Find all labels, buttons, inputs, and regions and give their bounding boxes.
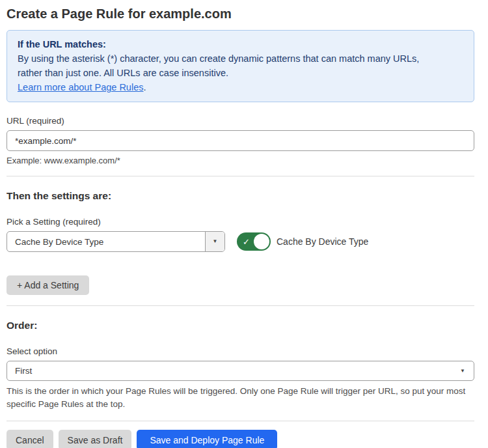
divider	[7, 305, 474, 306]
setting-dropdown-value: Cache By Device Type	[7, 232, 205, 251]
learn-more-link[interactable]: Learn more about Page Rules	[18, 82, 143, 92]
info-box-heading: If the URL matches:	[18, 37, 463, 51]
info-box-body-line2: rather than just one. All URLs are case …	[18, 66, 463, 80]
cancel-button[interactable]: Cancel	[7, 430, 53, 448]
order-section-heading: Order:	[7, 319, 474, 331]
footer-actions: Cancel Save as Draft Save and Deploy Pag…	[7, 430, 474, 448]
select-option-label: Select option	[7, 346, 474, 356]
save-and-deploy-button[interactable]: Save and Deploy Page Rule	[137, 430, 277, 448]
settings-section-heading: Then the settings are:	[7, 189, 474, 202]
info-box-link-line: Learn more about Page Rules.	[18, 80, 463, 94]
chevron-down-icon: ▼	[213, 239, 218, 244]
cache-device-toggle[interactable]: ✓	[237, 232, 271, 251]
setting-dropdown-arrow-button[interactable]: ▼	[205, 232, 224, 251]
add-setting-button[interactable]: + Add a Setting	[7, 275, 89, 295]
chevron-down-icon: ▼	[460, 369, 465, 374]
order-helper-text: This is the order in which your Page Rul…	[7, 385, 474, 411]
divider	[7, 176, 474, 176]
page-rule-form: Create a Page Rule for example.com If th…	[0, 0, 488, 448]
save-as-draft-button[interactable]: Save as Draft	[59, 430, 132, 448]
setting-dropdown[interactable]: Cache By Device Type ▼	[7, 231, 225, 252]
divider	[7, 421, 474, 421]
url-input[interactable]	[7, 130, 474, 151]
pick-setting-label: Pick a Setting (required)	[7, 217, 474, 227]
page-title: Create a Page Rule for example.com	[7, 5, 474, 22]
url-example-helper: Example: www.example.com/*	[7, 156, 474, 165]
toggle-label: Cache By Device Type	[277, 236, 368, 247]
checkmark-icon: ✓	[243, 238, 250, 246]
info-box-body-line1: By using the asterisk (*) character, you…	[18, 51, 463, 66]
link-suffix: .	[143, 82, 146, 92]
order-select-value: First	[15, 366, 32, 376]
toggle-knob	[254, 234, 269, 249]
setting-row: Cache By Device Type ▼ ✓ Cache By Device…	[7, 231, 474, 252]
url-label: URL (required)	[7, 116, 474, 126]
order-select[interactable]: First ▼	[7, 361, 474, 381]
url-match-info-box: If the URL matches: By using the asteris…	[7, 30, 474, 102]
